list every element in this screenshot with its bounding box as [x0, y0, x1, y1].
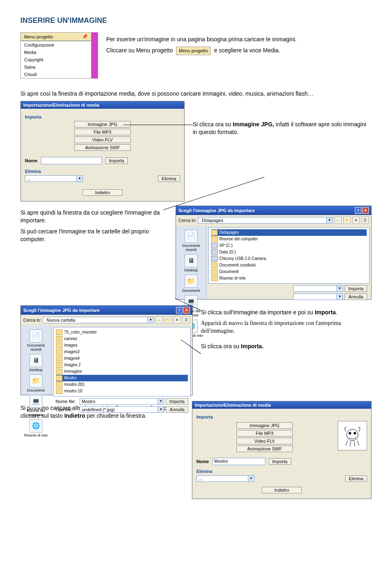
indietro-button[interactable]: Indietro	[82, 189, 122, 196]
back-icon[interactable]: ←	[334, 217, 342, 224]
list-item[interactable]: images 2	[56, 362, 188, 368]
menu-item[interactable]: Copyright	[21, 56, 91, 63]
new-folder-icon[interactable]: ✳	[174, 316, 181, 324]
list-item[interactable]: Mostro	[56, 375, 188, 381]
menu-progetto-dropdown: Menu progetto 📌 Configurazione Media Cop…	[20, 32, 98, 78]
elimina-label: Elimina	[196, 469, 367, 474]
dlg2-title: Scegli l'immagine JPG da importare ?✕	[21, 306, 192, 315]
file-icon	[56, 375, 62, 381]
cerca-in-combo[interactable]: Nuova cartella ▼	[43, 317, 154, 323]
list-item[interactable]: Immagine	[56, 368, 188, 375]
list-item[interactable]: mostro 10	[56, 388, 188, 394]
btn-swf[interactable]: Animazione SWF	[74, 144, 131, 151]
importa-button[interactable]: Importa	[345, 285, 367, 292]
disk-icon	[211, 256, 218, 262]
file-dialog-2: Scegli l'immagine JPG da importare ?✕ Ce…	[20, 305, 193, 395]
elimina-button[interactable]: Elimina	[345, 475, 367, 482]
tipo-file-combo[interactable]: undefined (*.jpg)▼	[80, 406, 164, 413]
place-computer[interactable]: 💻Risorse del computer	[22, 395, 50, 417]
up-icon[interactable]: 📁	[165, 316, 172, 324]
list-item[interactable]: 75_color_monster	[56, 329, 188, 336]
place-desktop[interactable]: 🖥Desktop	[22, 354, 50, 372]
list-item[interactable]: images3	[56, 349, 188, 355]
menu-tab-label: Menu progetto	[24, 34, 53, 39]
list-item[interactable]: Data (D:)	[211, 249, 367, 255]
place-desktop[interactable]: 🖥Desktop	[177, 254, 205, 272]
nome-input[interactable]: Mostro	[212, 458, 265, 465]
btn-mp3[interactable]: File MP3	[236, 430, 293, 437]
elimina-button[interactable]: Elimina	[158, 175, 180, 182]
cerca-in-combo[interactable]: Didapages ▼	[198, 217, 333, 224]
tipo-file-label: Tipo file:	[56, 407, 78, 412]
place-recent[interactable]: 📄Documenti recenti	[22, 329, 50, 352]
help-icon[interactable]: ?	[355, 207, 361, 214]
list-item[interactable]: images	[56, 342, 188, 349]
list-item[interactable]: mostro-201	[56, 381, 188, 388]
close-icon[interactable]: ✕	[362, 207, 369, 214]
place-network[interactable]: 🌐Risorse di rete	[22, 419, 50, 437]
preview-thumbnail	[338, 421, 367, 450]
btn-swf[interactable]: Animazione SWF	[236, 446, 293, 452]
importa-button[interactable]: Importa	[269, 458, 291, 465]
btn-jpg[interactable]: Immagine JPG	[236, 422, 293, 429]
documents-icon: 📁	[185, 275, 198, 288]
menu-popup: Configurazione Media Copyright Salva Chi…	[20, 41, 91, 78]
menu-item[interactable]: Salva	[21, 63, 91, 71]
filetype-combo[interactable]: ▼	[293, 293, 343, 300]
filename-combo[interactable]: ▼	[293, 285, 343, 292]
btn-mp3[interactable]: File MP3	[74, 129, 131, 135]
desktop-icon: 🖥	[29, 354, 42, 367]
menu-item[interactable]: Chiudi	[21, 71, 91, 78]
chevron-down-icon: ▼	[158, 399, 164, 404]
view-icon[interactable]: ☰	[183, 316, 190, 324]
list-item[interactable]: Risorse di rete	[211, 275, 367, 282]
import-panel-2: Importazione/Eliminazione di media Impor…	[192, 401, 372, 499]
list-item[interactable]: XP (C:)	[211, 242, 367, 249]
help-icon[interactable]: ?	[176, 307, 183, 313]
file-icon	[56, 356, 62, 361]
menu-item[interactable]: Configurazione	[21, 41, 91, 49]
list-item[interactable]: Documenti	[211, 269, 367, 275]
btn-jpg[interactable]: Immagine JPG	[74, 121, 131, 128]
menu-tab-inline: Menu progetto	[176, 47, 211, 55]
file-icon	[56, 369, 62, 374]
list-item[interactable]: images4	[56, 355, 188, 362]
file-dialog-1: Scegli l'immagine JPG da importare ?✕ Ce…	[176, 206, 372, 300]
place-documents[interactable]: 📁Documenti	[22, 374, 50, 392]
list-item[interactable]: Chicony USB 2.0 Camera	[211, 255, 367, 262]
new-folder-icon[interactable]: ✳	[352, 217, 360, 224]
indietro-button[interactable]: Indietro	[262, 487, 302, 493]
view-icon[interactable]: ☰	[361, 217, 369, 224]
file-icon	[56, 336, 62, 342]
btn-flv[interactable]: Video FLV	[74, 137, 131, 143]
nome-file-combo[interactable]: Mostro▼	[80, 398, 164, 405]
up-icon[interactable]: 📁	[343, 217, 351, 224]
close-icon[interactable]: ✕	[183, 307, 190, 313]
recent-icon: 📄	[185, 230, 198, 243]
elimina-combo[interactable]: ... ▼	[196, 475, 254, 482]
importa-button[interactable]: Importa	[105, 157, 128, 164]
menu-item[interactable]: Media	[21, 49, 91, 56]
annulla-button[interactable]: Annulla	[166, 406, 188, 413]
list-item[interactable]: Didapages	[211, 229, 367, 236]
place-documents[interactable]: 📁Documenti	[177, 275, 205, 293]
file-list[interactable]: Didapages Risorse del computer XP (C:) D…	[208, 227, 370, 284]
menu-tab[interactable]: Menu progetto 📌	[20, 32, 91, 41]
list-item[interactable]: canvas	[56, 336, 188, 342]
importa-label: Importa	[25, 114, 180, 119]
place-recent[interactable]: 📄Documenti recenti	[177, 230, 205, 252]
btn-flv[interactable]: Video FLV	[236, 438, 293, 444]
elimina-combo[interactable]: ... ▼	[25, 175, 83, 182]
folder-icon	[211, 269, 218, 275]
import-panel-title: Importazione/Eliminazione di media	[21, 101, 184, 109]
back-icon[interactable]: ←	[156, 316, 163, 324]
list-item[interactable]: Risorse del computer	[211, 236, 367, 242]
folder-icon	[211, 275, 218, 281]
annulla-button[interactable]: Annulla	[345, 293, 367, 300]
intro-text-1: Per inserire un'immagine in una pagina b…	[106, 36, 372, 43]
importa-button[interactable]: Importa	[166, 398, 188, 405]
file-list[interactable]: 75_color_monster canvas images images3 i…	[53, 327, 191, 396]
list-item[interactable]: Documenti condivisi	[211, 262, 367, 269]
nome-input[interactable]	[41, 157, 102, 164]
para-3b: Si può cercare l'immagine tra le cartell…	[20, 228, 167, 243]
